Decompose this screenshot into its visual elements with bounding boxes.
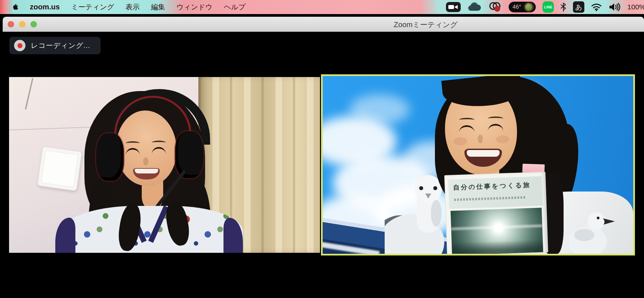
cloud-shape <box>349 94 410 125</box>
book-subtitle-blur <box>454 196 526 201</box>
eye-icon <box>459 125 474 132</box>
eye-icon <box>126 148 140 155</box>
wifi-icon[interactable] <box>591 3 602 11</box>
menu-edit[interactable]: 編集 <box>151 2 165 12</box>
recording-dot-icon <box>14 40 25 51</box>
book-cover: 自分の仕事をつくる旅 <box>445 172 548 255</box>
seagull-profile-icon <box>569 208 618 254</box>
recording-indicator[interactable]: レコーディング... <box>9 37 101 54</box>
menu-bar-status: 46° LINE あ 100% <box>446 0 644 14</box>
ime-icon-label: あ <box>575 3 582 12</box>
battery-percent: 100% <box>627 3 644 11</box>
temperature-value: 46° <box>513 4 521 10</box>
menu-bar-left: zoom.us ミーティング 表示 編集 ウィンドウ ヘルプ <box>0 2 246 12</box>
recording-label: レコーディング... <box>31 41 90 50</box>
close-button[interactable] <box>8 21 14 27</box>
app-menu-zoomus[interactable]: zoom.us <box>30 3 60 11</box>
book-photo <box>451 208 543 255</box>
volume-icon[interactable] <box>608 3 621 11</box>
video-tile-left[interactable] <box>9 77 320 253</box>
ime-icon[interactable]: あ <box>573 1 584 13</box>
eye-icon <box>152 147 166 154</box>
menu-window[interactable]: ウィンドウ <box>177 2 212 12</box>
window-titlebar[interactable]: Zoomミーティング <box>3 17 644 32</box>
bluetooth-icon[interactable] <box>561 3 566 12</box>
zoom-meeting-window: Zoomミーティング レコーディング... <box>3 17 644 298</box>
line-icon[interactable]: LINE <box>542 1 554 13</box>
video-tile-right-active[interactable]: 自分の仕事をつくる旅 <box>321 74 635 255</box>
apple-menu-icon[interactable] <box>12 3 18 11</box>
desktop-screen: zoom.us ミーティング 表示 編集 ウィンドウ ヘルプ 46° LINE <box>0 0 644 298</box>
menu-help[interactable]: ヘルプ <box>224 2 245 12</box>
macos-menu-bar: zoom.us ミーティング 表示 編集 ウィンドウ ヘルプ 46° LINE <box>0 0 644 14</box>
eye-icon <box>488 124 503 131</box>
headphone-earcup <box>175 131 203 178</box>
cloud-icon[interactable] <box>468 2 481 12</box>
smile <box>464 149 502 167</box>
line-icon-label: LINE <box>544 5 553 9</box>
shutter-record-icon[interactable] <box>488 2 502 12</box>
book-title: 自分の仕事をつくる旅 <box>453 180 531 192</box>
light-switch-panel <box>37 146 82 191</box>
video-camera-icon[interactable] <box>446 2 461 12</box>
smile <box>133 168 160 179</box>
temperature-dial-icon <box>524 2 534 12</box>
minimize-button[interactable] <box>19 21 25 27</box>
maximize-button[interactable] <box>30 21 37 27</box>
menu-meeting[interactable]: ミーティング <box>71 2 114 12</box>
book-title-block: 自分の仕事をつくる旅 <box>448 176 543 209</box>
menu-view[interactable]: 表示 <box>126 2 140 12</box>
headphone-earcup <box>96 133 124 181</box>
window-title: Zoomミーティング <box>394 20 458 30</box>
temperature-widget[interactable]: 46° <box>509 2 536 12</box>
